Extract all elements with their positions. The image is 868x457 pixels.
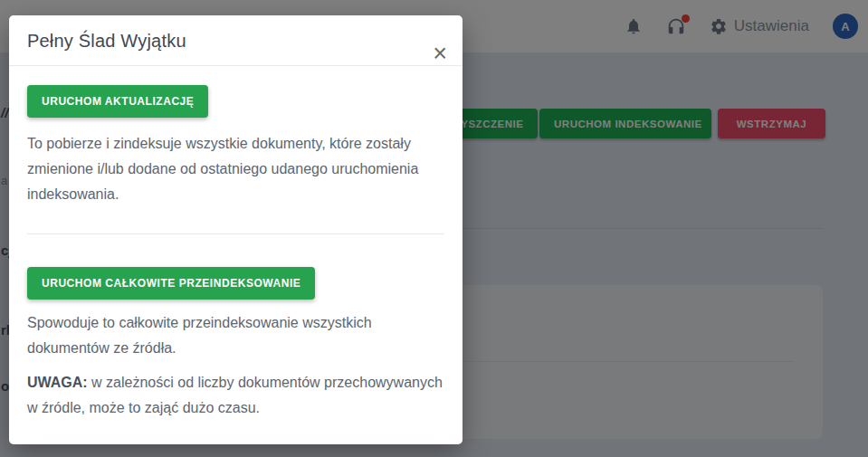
screen: Ustawienia A URUCHOM OCZYSZCZENIE URUCHO…	[0, 0, 868, 457]
dialog-section-divider	[27, 233, 444, 234]
update-description: To pobierze i zindeksuje wszystkie dokum…	[27, 131, 444, 207]
dialog-header: Pełny Ślad Wyjątku ×	[9, 15, 463, 66]
exception-trace-dialog: Pełny Ślad Wyjątku × URUCHOM AKTUALIZACJ…	[9, 15, 463, 444]
close-button[interactable]: ×	[429, 42, 451, 66]
run-update-button[interactable]: URUCHOM AKTUALIZACJĘ	[27, 85, 208, 118]
reindex-warning: UWAGA: w zależności od liczby dokumentów…	[27, 370, 444, 421]
dialog-body: URUCHOM AKTUALIZACJĘ To pobierze i zinde…	[9, 66, 463, 421]
run-full-reindex-button[interactable]: URUCHOM CAŁKOWITE PRZEINDEKSOWANIE	[27, 267, 315, 300]
warning-prefix: UWAGA:	[27, 375, 88, 390]
close-icon: ×	[433, 40, 447, 67]
dialog-title: Pełny Ślad Wyjątku	[27, 29, 444, 52]
warning-text: w zależności od liczby dokumentów przech…	[27, 375, 443, 415]
reindex-description: Spowoduje to całkowite przeindeksowanie …	[27, 310, 444, 361]
